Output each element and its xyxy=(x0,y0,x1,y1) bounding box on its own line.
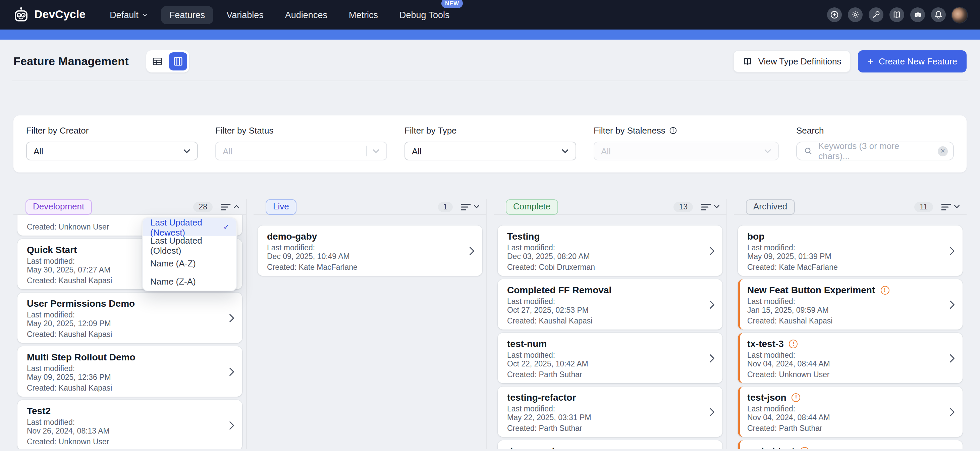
chevron-right-icon[interactable] xyxy=(229,313,235,323)
plus-circle-icon-button[interactable] xyxy=(827,7,842,22)
view-toggle-group xyxy=(146,50,189,72)
project-selector[interactable]: Default xyxy=(102,6,156,24)
feature-card-demo-paul[interactable]: demo-paulLast modified: xyxy=(498,440,722,449)
feature-card-user-permissions-demo[interactable]: User Permissions DemoLast modified:May 2… xyxy=(18,293,242,343)
view-type-definitions-button[interactable]: View Type Definitions xyxy=(733,50,851,72)
filter-creator-select[interactable]: All xyxy=(26,142,198,160)
column-sort-button[interactable] xyxy=(460,202,481,212)
feature-card-demo-gaby[interactable]: demo-gabyLast modified:Dec 09, 2025, 10:… xyxy=(258,225,482,276)
bell-icon-button[interactable] xyxy=(931,7,946,22)
chevron-right-icon[interactable] xyxy=(949,353,955,363)
stale-warning-icon: ! xyxy=(789,339,798,348)
chevron-right-icon[interactable] xyxy=(709,299,715,309)
brand-logo[interactable]: DevCycle xyxy=(13,6,86,23)
feature-card-multi-step-rollout-demo[interactable]: Multi Step Rollout DemoLast modified:May… xyxy=(18,346,242,397)
last-modified-date: May 09, 2025, 01:39 PM xyxy=(747,252,942,261)
created-by: Created: Unknown User xyxy=(747,370,942,379)
page-header: Feature Management xyxy=(13,50,967,72)
feature-card-testing[interactable]: TestingLast modified:Dec 03, 2025, 08:20… xyxy=(498,225,722,276)
last-modified-date: Nov 26, 2024, 08:13 AM xyxy=(27,427,222,435)
sort-lines-icon xyxy=(221,203,231,210)
new-badge: NEW xyxy=(441,0,463,8)
chevron-right-icon[interactable] xyxy=(709,353,715,363)
nav-item-features[interactable]: Features xyxy=(161,6,213,24)
column-count-badge: 13 xyxy=(673,202,693,212)
book-icon-button[interactable] xyxy=(889,7,904,22)
board-view-button[interactable] xyxy=(169,53,187,70)
last-modified-label: Last modified: xyxy=(747,244,942,252)
nav-item-debug-tools[interactable]: Debug ToolsNEW xyxy=(391,6,458,24)
feature-title: User Permissions Demo xyxy=(27,297,135,309)
chevron-right-icon[interactable] xyxy=(469,245,475,256)
sort-option-name-a-z[interactable]: Name (A-Z) xyxy=(143,254,236,273)
feature-card-test-json[interactable]: test-json!Last modified:Nov 04, 2024, 08… xyxy=(738,387,963,437)
sort-lines-icon xyxy=(461,203,471,210)
filter-staleness-select[interactable]: All xyxy=(593,142,779,160)
filter-status-select[interactable]: All xyxy=(215,142,387,160)
card-title-row: Completed FF Removal xyxy=(507,284,702,297)
discord-icon-button[interactable] xyxy=(910,7,925,22)
chevron-right-icon[interactable] xyxy=(709,407,715,417)
card-title-row: User Permissions Demo xyxy=(27,297,222,311)
feature-title: Completed FF Removal xyxy=(507,284,611,296)
created-by: Created: Kate MacFarlane xyxy=(747,263,942,272)
chevron-right-icon[interactable] xyxy=(949,299,955,309)
column-sort-button[interactable] xyxy=(940,202,961,212)
column-sort-button[interactable] xyxy=(220,202,241,212)
sort-option-last-updated-newest[interactable]: Last Updated (Newest)✓ xyxy=(143,218,236,236)
filter-creator-value: All xyxy=(33,146,183,156)
feature-card-new-feat-button-experiment[interactable]: New Feat Button Experiment!Last modified… xyxy=(738,279,963,330)
column-header: Complete13 xyxy=(494,199,727,215)
chevron-down-icon xyxy=(183,149,191,153)
sort-option-label: Name (Z-A) xyxy=(150,277,196,287)
sort-option-name-z-a[interactable]: Name (Z-A) xyxy=(143,273,236,291)
create-new-feature-button[interactable]: + Create New Feature xyxy=(858,50,967,72)
nav-item-metrics[interactable]: Metrics xyxy=(341,6,386,24)
list-view-button[interactable] xyxy=(148,53,166,70)
last-modified-label: Last modified: xyxy=(747,405,942,413)
card-title-row: testing-refactor xyxy=(507,391,702,405)
chevron-right-icon[interactable] xyxy=(229,367,235,376)
chevron-right-icon[interactable] xyxy=(709,245,715,256)
last-modified-date: May 20, 2025, 12:09 PM xyxy=(27,319,222,328)
gear-icon-button[interactable] xyxy=(848,7,862,22)
feature-card-completed-ff-removal[interactable]: Completed FF RemovalLast modified:Oct 27… xyxy=(498,279,722,330)
feature-title: tx-test-3 xyxy=(747,338,784,350)
chevron-right-icon[interactable] xyxy=(949,407,955,417)
last-modified-label: Last modified: xyxy=(27,311,222,319)
nav-item-variables[interactable]: Variables xyxy=(218,6,272,24)
feature-card-testing-refactor[interactable]: testing-refactorLast modified:May 22, 20… xyxy=(498,387,722,437)
chevron-right-icon[interactable] xyxy=(229,215,235,215)
feature-card-rachel-test[interactable]: rachel-test!Last modified: xyxy=(738,440,963,449)
card-title-row: Multi Step Rollout Demo xyxy=(27,351,222,365)
key-icon-button[interactable] xyxy=(869,7,883,22)
column-live: Live1demo-gabyLast modified:Dec 09, 2025… xyxy=(253,199,487,449)
search-input[interactable]: Keywords (3 or more chars)... ✕ xyxy=(796,142,954,160)
search-clear-button[interactable]: ✕ xyxy=(938,146,948,156)
discord-icon xyxy=(913,10,923,20)
feature-card-bop[interactable]: bopLast modified:May 09, 2025, 01:39 PMC… xyxy=(738,225,963,276)
feature-card-tx-test-3[interactable]: tx-test-3!Last modified:Nov 04, 2024, 08… xyxy=(738,333,963,383)
filter-type-select[interactable]: All xyxy=(404,142,576,160)
user-avatar[interactable] xyxy=(952,7,967,22)
card-title-row: test-num xyxy=(507,338,702,351)
chevron-right-icon[interactable] xyxy=(229,420,235,430)
created-by: Created: Cobi Druxerman xyxy=(507,263,702,272)
chevron-right-icon[interactable] xyxy=(949,245,955,256)
column-sort-button[interactable] xyxy=(700,202,721,212)
nav-item-audiences[interactable]: Audiences xyxy=(277,6,336,24)
feature-card-test-num[interactable]: test-numLast modified:Oct 22, 2025, 10:4… xyxy=(498,333,722,383)
page-title: Feature Management xyxy=(13,55,129,68)
feature-title: rachel-test xyxy=(747,445,795,449)
devcycle-robot-icon xyxy=(13,6,30,23)
feature-title: New Feat Button Experiment xyxy=(747,284,875,296)
plus-icon: + xyxy=(867,55,873,67)
feature-card-test2[interactable]: Test2Last modified:Nov 26, 2024, 08:13 A… xyxy=(18,400,242,449)
info-icon[interactable] xyxy=(669,126,678,135)
sort-option-last-updated-oldest[interactable]: Last Updated (Oldest) xyxy=(143,236,236,254)
brand-name: DevCycle xyxy=(34,8,86,21)
created-by: Created: Parth Suthar xyxy=(747,424,942,433)
card-title-row: demo-paul xyxy=(507,445,702,449)
sort-option-label: Last Updated (Newest) xyxy=(150,217,218,237)
view-type-definitions-label: View Type Definitions xyxy=(758,56,842,67)
